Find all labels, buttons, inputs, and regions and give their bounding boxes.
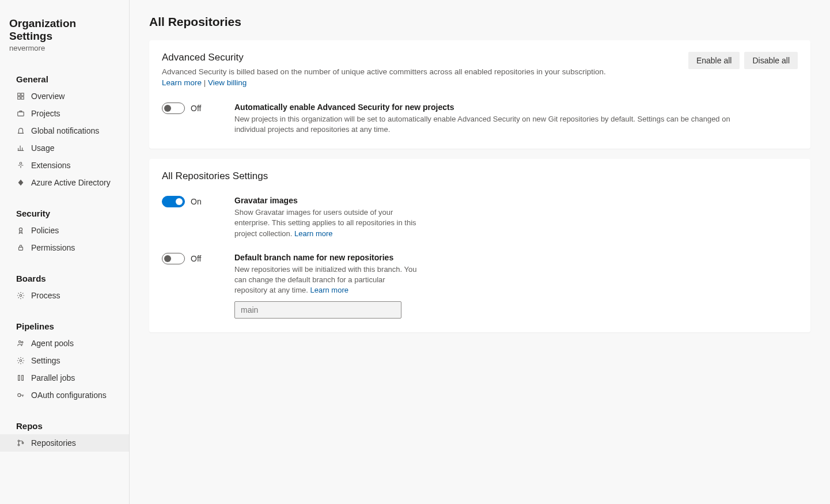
svg-rect-1 [21,93,24,96]
sidebar-item-extensions[interactable]: Extensions [0,157,129,174]
sidebar-item-label: Parallel jobs [31,373,75,382]
svg-point-14 [18,440,20,442]
sidebar-item-policies[interactable]: Policies [0,222,129,239]
sidebar-item-projects[interactable]: Projects [0,105,129,122]
people-icon [16,339,25,348]
nav-section-repos: Repos Repositories [0,418,129,452]
gravatar-toggle[interactable] [162,196,185,207]
sidebar-item-usage[interactable]: Usage [0,139,129,157]
svg-point-7 [20,294,22,297]
toggle-column: Off [162,103,225,114]
sidebar-title: Organization Settings [9,17,120,43]
sidebar-item-process[interactable]: Process [0,287,129,304]
sidebar-header: Organization Settings nevermore [0,12,129,57]
sidebar-item-global-notifications[interactable]: Global notifications [0,122,129,139]
card-header: Advanced Security Advanced Security is b… [162,52,798,89]
view-billing-link[interactable]: View billing [208,78,247,87]
repo-icon [16,438,25,448]
nav-section-boards: Boards Process [0,270,129,304]
svg-rect-4 [18,112,24,116]
card-title: All Repositories Settings [162,170,798,182]
gear-icon [16,356,25,365]
nav-heading: Boards [0,270,129,287]
main-content: All Repositories Advanced Security Advan… [130,0,830,504]
sidebar-item-label: Policies [31,226,59,235]
setting-title: Gravatar images [234,196,419,205]
nav-section-security: Security Policies Permissions [0,205,129,256]
svg-point-9 [21,342,23,343]
briefcase-icon [16,109,25,118]
nav-section-general: General Overview Projects Global notific… [0,71,129,191]
sidebar-item-label: Usage [31,143,54,153]
svg-rect-2 [18,97,20,99]
sidebar-item-label: Repositories [31,438,76,448]
sidebar-item-label: Permissions [31,243,75,252]
lock-icon [16,243,25,252]
sidebar-item-label: Overview [31,92,65,101]
bell-icon [16,126,25,135]
nav-section-pipelines: Pipelines Agent pools Settings Parallel … [0,318,129,404]
svg-point-8 [19,341,21,343]
sidebar-item-overview[interactable]: Overview [0,88,129,105]
auto-enable-toggle[interactable] [162,103,185,114]
gravatar-setting: On Gravatar images Show Gravatar images … [162,196,798,239]
sidebar-item-agent-pools[interactable]: Agent pools [0,335,129,352]
chart-icon [16,143,25,153]
separator: | [202,78,208,87]
page-title: All Repositories [149,15,810,29]
setting-text: Automatically enable Advanced Security f… [234,103,753,135]
sidebar-item-label: Azure Active Directory [31,178,111,187]
default-branch-input[interactable] [234,301,401,319]
enable-all-button[interactable]: Enable all [688,52,740,69]
puzzle-icon [16,161,25,170]
card-description: Advanced Security is billed based on the… [162,67,606,89]
learn-more-link[interactable]: Learn more [310,286,348,294]
svg-rect-11 [18,376,20,381]
card-header-text: Advanced Security Advanced Security is b… [162,52,606,89]
default-branch-setting: Off Default branch name for new reposito… [162,253,798,319]
button-group: Enable all Disable all [688,52,798,69]
default-branch-toggle[interactable] [162,253,185,264]
toggle-state-label: Off [191,254,201,263]
toggle-column: Off [162,253,225,264]
nav-heading: Repos [0,418,129,434]
sidebar-item-settings[interactable]: Settings [0,352,129,369]
toggle-state-label: On [191,197,202,206]
setting-description: New projects in this organization will b… [234,114,753,135]
advanced-security-card: Advanced Security Advanced Security is b… [149,40,810,149]
svg-point-13 [18,393,21,396]
nav-heading: General [0,71,129,88]
setting-title: Default branch name for new repositories [234,253,419,262]
svg-rect-6 [19,247,23,250]
svg-rect-0 [18,93,20,96]
nav-heading: Security [0,205,129,222]
sidebar-item-label: Extensions [31,161,70,170]
sidebar-item-oauth[interactable]: OAuth configurations [0,386,129,404]
sidebar-item-label: Agent pools [31,339,74,348]
svg-rect-3 [21,97,24,99]
disable-all-button[interactable]: Disable all [744,52,798,69]
key-icon [16,391,25,400]
repo-settings-card: All Repositories Settings On Gravatar im… [149,159,810,332]
sidebar-item-parallel-jobs[interactable]: Parallel jobs [0,369,129,386]
svg-point-5 [19,228,22,231]
setting-description: New repositories will be initialized wit… [234,264,419,296]
auto-enable-setting: Off Automatically enable Advanced Securi… [162,103,798,135]
sidebar-item-label: Settings [31,356,60,365]
learn-more-link[interactable]: Learn more [162,78,202,87]
svg-rect-12 [22,376,24,381]
gear-icon [16,291,25,300]
setting-title: Automatically enable Advanced Security f… [234,103,753,112]
sidebar-item-permissions[interactable]: Permissions [0,239,129,256]
sidebar-item-label: Global notifications [31,126,99,135]
card-description-text: Advanced Security is billed based on the… [162,67,606,76]
grid-icon [16,92,25,101]
columns-icon [16,373,25,382]
sidebar-item-aad[interactable]: Azure Active Directory [0,174,129,191]
learn-more-link[interactable]: Learn more [294,229,332,238]
sidebar-item-label: Projects [31,109,60,118]
sidebar-item-repositories[interactable]: Repositories [0,434,129,452]
svg-point-10 [20,359,22,362]
setting-description: Show Gravatar images for users outside o… [234,207,419,239]
toggle-state-label: Off [191,104,201,113]
